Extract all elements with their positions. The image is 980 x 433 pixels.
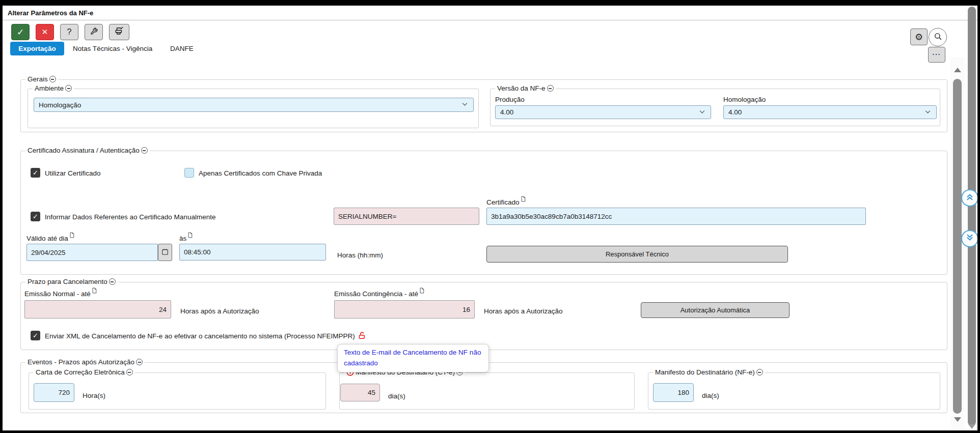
- group-manifesto-nfe-title: Manifesto do Destinatário (NF-e): [655, 368, 755, 376]
- wrench-icon: [90, 27, 98, 37]
- window-border-right: [977, 0, 980, 433]
- utilizar-certificado-checkbox[interactable]: [31, 168, 40, 178]
- date-picker-button[interactable]: [158, 244, 172, 261]
- group-gerais-title: Gerais: [28, 75, 48, 83]
- gear-icon: ⚙: [915, 32, 923, 43]
- responsavel-tecnico-button[interactable]: Responsável Técnico: [486, 246, 788, 263]
- printer-check-icon: [115, 26, 124, 38]
- versao-homologacao-value: 4.00: [728, 108, 742, 116]
- chevron-down-icon: [461, 100, 469, 109]
- title-bar: Alterar Parâmetros da NF-e: [3, 6, 977, 20]
- certificado-input[interactable]: [486, 208, 866, 225]
- settings-button[interactable]: ⚙: [910, 28, 928, 45]
- homologacao-label: Homologação: [723, 96, 766, 103]
- scrollbar-thumb[interactable]: [953, 79, 962, 414]
- manifesto-cte-unit: dia(s): [388, 392, 405, 400]
- scrollbar-up-arrow[interactable]: [954, 68, 961, 72]
- horas-hint-label: Horas (hh:mm): [337, 251, 383, 259]
- collapse-icon[interactable]: [547, 85, 554, 92]
- valido-ate-date-input[interactable]: [26, 244, 158, 261]
- group-eventos-title: Eventos - Prazos após Autorização: [28, 358, 134, 366]
- search-button[interactable]: [929, 28, 947, 46]
- tab-label: DANFE: [170, 45, 194, 52]
- manifesto-nfe-input[interactable]: [653, 383, 694, 402]
- group-manifesto-cte: Manifesto do Destinatário (CT-e): [339, 372, 635, 410]
- collapse-icon[interactable]: [126, 369, 133, 376]
- apenas-chave-privada-label: Apenas Certificados com Chave Privada: [199, 169, 322, 177]
- group-certificado-title: Certificado Assinatura / Autenticação: [28, 147, 140, 154]
- group-prazo-title: Prazo para Cancelamento: [28, 278, 107, 285]
- emissao-contingencia-label: Emissão Contingência - até: [334, 290, 424, 298]
- tab-exportacao[interactable]: Exportação: [10, 42, 64, 55]
- emissao-normal-label: Emissão Normal - até: [24, 290, 97, 298]
- group-versao-title: Versão da NF-e: [497, 84, 546, 92]
- certificado-field-label: Certificado: [486, 198, 526, 206]
- group-eventos-legend: Eventos - Prazos após Autorização: [25, 358, 145, 366]
- scroll-to-top-button[interactable]: [961, 189, 978, 207]
- collapse-icon[interactable]: [109, 278, 116, 285]
- producao-label: Produção: [495, 96, 525, 103]
- autorizacao-automatica-button[interactable]: Autorização Automática: [641, 302, 790, 318]
- emissao-contingencia-input[interactable]: [334, 300, 475, 319]
- ambiente-select-value: Homologação: [39, 101, 81, 109]
- group-manifesto-nfe-legend: Manifesto do Destinatário (NF-e): [653, 368, 765, 376]
- enviar-xml-label: Enviar XML de Cancelamento de NF-e ao ef…: [45, 332, 366, 341]
- scrollbar-down-arrow[interactable]: [954, 417, 961, 422]
- tab-label: Exportação: [18, 45, 56, 52]
- manifesto-nfe-unit: dia(s): [702, 392, 719, 399]
- collapse-icon[interactable]: [136, 359, 143, 365]
- versao-producao-value: 4.00: [500, 108, 513, 116]
- cancel-button[interactable]: ✕: [36, 24, 54, 40]
- collapse-icon[interactable]: [756, 369, 763, 376]
- informar-dados-label: Informar Dados Referentes ao Certificado…: [45, 213, 215, 221]
- double-chevron-up-icon: [965, 192, 974, 204]
- carta-correcao-input[interactable]: [34, 383, 74, 402]
- double-chevron-down-icon: [965, 233, 974, 244]
- confirm-button[interactable]: ✓: [11, 24, 30, 40]
- serialnumber-input[interactable]: [334, 208, 479, 225]
- check-icon: ✓: [17, 27, 24, 38]
- outer-scrollbar-thumb[interactable]: [968, 7, 976, 426]
- scroll-to-bottom-button[interactable]: [961, 230, 978, 247]
- window-border-left: [0, 0, 3, 433]
- collapse-icon[interactable]: [49, 76, 56, 82]
- manifesto-cte-input[interactable]: [340, 384, 380, 401]
- tab-notas-tecnicas-vigencia[interactable]: Notas Técnicas - Vigência: [73, 42, 152, 55]
- carta-correcao-unit: Hora(s): [83, 392, 105, 399]
- enviar-xml-checkbox[interactable]: [31, 331, 40, 340]
- collapse-icon[interactable]: [141, 147, 148, 154]
- question-icon: ?: [67, 27, 72, 37]
- chevron-down-icon: [924, 108, 932, 117]
- page-icon: [187, 232, 193, 240]
- apenas-chave-privada-checkbox[interactable]: [184, 168, 194, 178]
- emissao-normal-suffix: Horas após a Autorização: [180, 307, 259, 315]
- as-label: às: [179, 235, 193, 242]
- window-alterar-parametros-nfe: Alterar Parâmetros da NF-e ✓ ✕ ? ⚙ ... E…: [0, 0, 980, 433]
- unlock-icon: [358, 331, 366, 341]
- collapse-icon[interactable]: [65, 85, 72, 92]
- tab-label: Notas Técnicas - Vigência: [73, 45, 152, 52]
- group-carta-title: Carta de Correção Eletrônica: [36, 368, 125, 376]
- help-button[interactable]: ?: [60, 24, 78, 40]
- group-versao-legend: Versão da NF-e: [495, 84, 556, 92]
- outer-scrollbar-down-arrow[interactable]: [968, 424, 975, 429]
- page-icon: [69, 232, 74, 240]
- print-button[interactable]: [109, 24, 129, 40]
- window-border-bottom: [0, 430, 980, 433]
- page-icon: [521, 196, 526, 204]
- group-ambiente-legend: Ambiente: [33, 84, 74, 92]
- informar-dados-checkbox[interactable]: [31, 212, 40, 221]
- tools-button[interactable]: [85, 24, 103, 40]
- versao-homologacao-select[interactable]: 4.00: [723, 105, 937, 119]
- emissao-normal-input[interactable]: [24, 300, 171, 319]
- group-prazo-legend: Prazo para Cancelamento: [25, 278, 118, 285]
- group-gerais-legend: Gerais: [25, 75, 58, 83]
- window-title: Alterar Parâmetros da NF-e: [8, 9, 93, 17]
- more-options-button[interactable]: ...: [928, 47, 945, 63]
- valido-ate-label: Válido até dia: [26, 235, 74, 242]
- tab-danfe[interactable]: DANFE: [170, 42, 194, 55]
- hora-input[interactable]: [179, 244, 326, 261]
- page-icon: [419, 287, 424, 295]
- versao-producao-select[interactable]: 4.00: [495, 105, 711, 119]
- ambiente-select[interactable]: Homologação: [34, 98, 474, 112]
